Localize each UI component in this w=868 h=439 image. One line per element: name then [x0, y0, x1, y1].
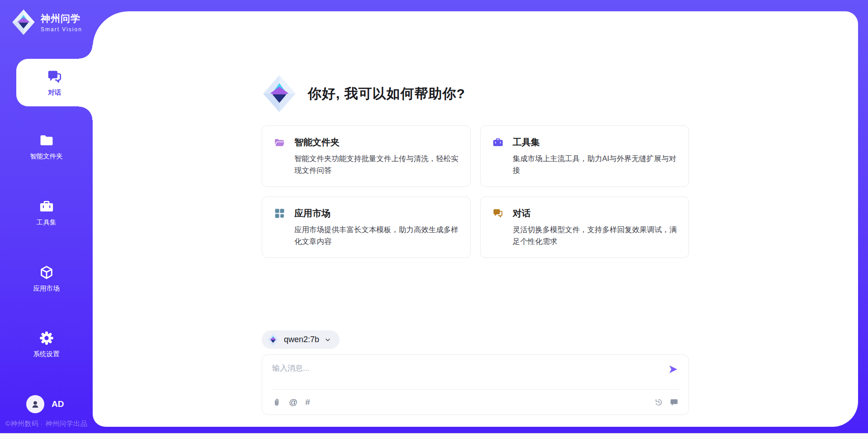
card-toolset[interactable]: 工具集 集成市场上主流工具，助力AI与外界无缝扩展与对接: [480, 125, 689, 187]
user-initials: AD: [52, 399, 64, 409]
attach-icon[interactable]: [272, 398, 281, 407]
horizontal-scrollbar[interactable]: [0, 433, 868, 439]
card-title: 应用市场: [294, 207, 330, 220]
briefcase-icon: [39, 199, 54, 214]
send-icon[interactable]: [668, 364, 679, 375]
model-name: qwen2:7b: [284, 335, 319, 344]
card-description: 智能文件夹功能支持批量文件上传与清洗，轻松实现文件问答: [294, 153, 458, 176]
card-description: 集成市场上主流工具，助力AI与外界无缝扩展与对接: [513, 153, 677, 176]
cube-icon: [39, 265, 54, 280]
chat-bubble-icon[interactable]: [670, 398, 679, 407]
sidebar-item-label: 智能文件夹: [30, 152, 63, 161]
sidebar-item-chat[interactable]: 对话: [16, 59, 93, 106]
toolbox-icon: [492, 137, 504, 148]
card-description: 灵活切换多模型文件，支持多样回复效果调试，满足个性化需求: [513, 224, 677, 247]
tab-curve-bottom: [79, 106, 93, 120]
hash-icon[interactable]: #: [305, 398, 310, 406]
card-description: 应用市场提供丰富长文本模板，助力高效生成多样化文章内容: [294, 224, 458, 247]
diamond-logo-icon: [267, 333, 279, 346]
chevron-down-icon: [324, 336, 331, 344]
app-title: 神州问学: [41, 12, 82, 25]
avatar: [26, 395, 44, 413]
mention-icon[interactable]: @: [289, 398, 297, 406]
folder-icon: [39, 133, 54, 148]
card-app-market[interactable]: 应用市场 应用市场提供丰富长文本模板，助力高效生成多样化文章内容: [262, 196, 471, 258]
history-icon[interactable]: [654, 398, 663, 407]
gear-icon: [39, 330, 54, 346]
chat-bubbles-icon: [47, 69, 63, 85]
sidebar-item-app-market[interactable]: 应用市场: [0, 265, 93, 293]
tab-curve-top: [79, 45, 93, 59]
copyright-text: ©神州数码 · 神州问学出品: [0, 420, 93, 428]
card-chat[interactable]: 对话 灵活切换多模型文件，支持多样回复效果调试，满足个性化需求: [480, 196, 689, 258]
message-composer: @ #: [262, 354, 689, 415]
main-panel: 你好, 我可以如何帮助你? 智能文件夹 智能文件夹功能支持批量文件上传与清洗，轻…: [93, 11, 858, 427]
card-smart-folder[interactable]: 智能文件夹 智能文件夹功能支持批量文件上传与清洗，轻松实现文件问答: [262, 125, 471, 187]
diamond-logo-icon: [12, 9, 35, 35]
card-title: 智能文件夹: [294, 136, 340, 148]
sidebar-item-label: 系统设置: [33, 350, 60, 358]
sidebar: 神州问学 Smart Vision 对话 智能文件夹 工具集 应用市场: [0, 0, 93, 433]
sidebar-item-label: 应用市场: [33, 284, 60, 293]
card-title: 工具集: [513, 136, 540, 148]
sidebar-item-toolset[interactable]: 工具集: [0, 199, 93, 227]
app-subtitle: Smart Vision: [41, 26, 82, 33]
card-title: 对话: [513, 207, 531, 220]
person-icon: [30, 399, 40, 409]
model-selector[interactable]: qwen2:7b: [262, 330, 340, 349]
app-logo: 神州问学 Smart Vision: [12, 9, 82, 35]
chat-bubbles-icon: [492, 208, 504, 219]
message-input[interactable]: [272, 363, 668, 383]
diamond-logo-icon: [262, 75, 297, 113]
sidebar-item-label: 工具集: [37, 218, 57, 227]
sidebar-item-label: 对话: [48, 88, 61, 97]
greeting-title: 你好, 我可以如何帮助你?: [308, 85, 465, 103]
sidebar-item-smart-folder[interactable]: 智能文件夹: [0, 133, 93, 161]
user-profile[interactable]: AD: [26, 395, 64, 413]
sidebar-item-settings[interactable]: 系统设置: [0, 330, 93, 358]
folder-open-icon: [274, 137, 285, 148]
greeting-block: 你好, 我可以如何帮助你?: [262, 75, 689, 113]
feature-cards: 智能文件夹 智能文件夹功能支持批量文件上传与清洗，轻松实现文件问答 工具集 集成…: [262, 125, 689, 258]
content-column: 你好, 我可以如何帮助你? 智能文件夹 智能文件夹功能支持批量文件上传与清洗，轻…: [262, 11, 689, 415]
app-grid-icon: [274, 208, 285, 219]
